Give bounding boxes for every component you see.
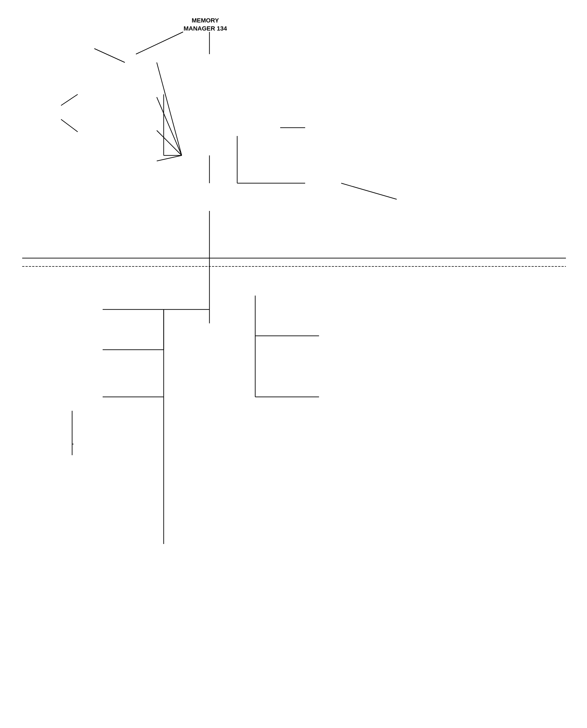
memory-manager-label: MEMORY MANAGER 134: [178, 17, 233, 32]
svg-line-25: [157, 131, 182, 155]
diagram: MEMORY MANAGER 134 POLICIES 145 PLACEMEN…: [0, 0, 587, 728]
connection-lines: [0, 0, 587, 728]
svg-line-28: [341, 183, 397, 199]
svg-line-23: [157, 63, 182, 155]
svg-line-24: [157, 97, 182, 155]
svg-line-33: [61, 94, 78, 106]
svg-line-1: [94, 49, 125, 63]
svg-line-34: [61, 119, 78, 132]
svg-line-26: [157, 155, 182, 161]
svg-line-32: [136, 32, 183, 54]
